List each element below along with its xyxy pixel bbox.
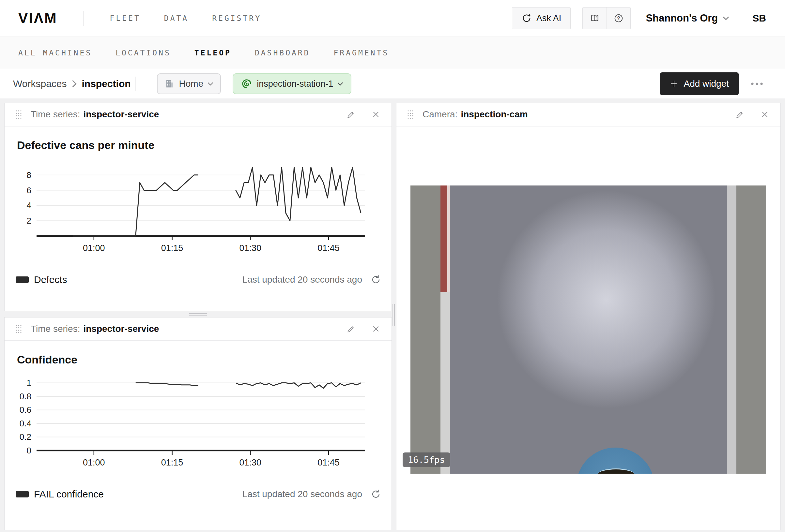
last-updated-text: Last updated 20 seconds ago bbox=[243, 274, 362, 285]
close-widget-button[interactable] bbox=[760, 109, 770, 119]
top-header: VIΛM FLEET DATA REGISTRY Ask AI bbox=[0, 0, 785, 36]
breadcrumb-workspaces[interactable]: Workspaces bbox=[13, 78, 67, 89]
fps-badge: 16.5fps bbox=[403, 452, 450, 467]
breadcrumb-workspace-name[interactable]: inspection bbox=[82, 78, 131, 89]
tab-locations[interactable]: LOCATIONS bbox=[116, 49, 171, 57]
help-icon: ? bbox=[614, 14, 624, 23]
org-switcher[interactable]: Shannon's Org bbox=[646, 12, 729, 24]
conveyor-left-rail bbox=[410, 185, 440, 474]
pencil-icon bbox=[347, 110, 356, 119]
last-updated-text: Last updated 20 seconds ago bbox=[243, 489, 362, 499]
svg-text:8: 8 bbox=[27, 170, 31, 180]
refresh-icon bbox=[371, 274, 381, 285]
left-guide-stripe bbox=[440, 292, 450, 474]
tab-fragments[interactable]: FRAGMENTS bbox=[334, 49, 389, 57]
refresh-button[interactable] bbox=[370, 488, 382, 500]
camera-feed-container: 16.5fps bbox=[397, 127, 780, 530]
camera-scene-highlight bbox=[463, 185, 750, 443]
workspace-toolbar: Workspaces inspection Home bbox=[0, 69, 785, 99]
overflow-menu-button[interactable] bbox=[748, 80, 766, 88]
nav-data[interactable]: DATA bbox=[164, 14, 188, 23]
refresh-icon bbox=[371, 489, 381, 499]
close-icon bbox=[760, 110, 769, 119]
primary-nav: FLEET DATA REGISTRY bbox=[110, 14, 261, 23]
fleet-tab-bar: ALL MACHINES LOCATIONS TELEOP DASHBOARD … bbox=[0, 36, 785, 69]
svg-text:01:15: 01:15 bbox=[161, 458, 183, 468]
add-widget-label: Add widget bbox=[684, 79, 729, 89]
machine-online-icon bbox=[241, 78, 252, 89]
svg-text:0.8: 0.8 bbox=[20, 392, 31, 401]
header-actions: Ask AI ? bbox=[512, 7, 766, 29]
nav-fleet[interactable]: FLEET bbox=[110, 14, 141, 23]
ellipsis-icon bbox=[751, 82, 763, 85]
avatar[interactable]: SB bbox=[752, 13, 766, 24]
svg-text:0: 0 bbox=[27, 446, 31, 455]
svg-text:0.4: 0.4 bbox=[20, 419, 31, 428]
left-widget-column: Time series: inspector-service bbox=[4, 103, 392, 530]
red-marker-bar bbox=[440, 185, 447, 292]
chevron-down-icon bbox=[723, 16, 729, 20]
widget-footer: FAIL confidence Last updated 20 seconds … bbox=[16, 487, 382, 501]
timeseries-widget-confidence: Time series: inspector-service bbox=[4, 317, 392, 530]
close-widget-button[interactable] bbox=[371, 109, 381, 119]
chevron-down-icon bbox=[208, 82, 213, 86]
svg-text:0.2: 0.2 bbox=[20, 432, 31, 442]
help-button[interactable]: ? bbox=[607, 7, 630, 29]
svg-text:01:00: 01:00 bbox=[83, 243, 105, 253]
drag-handle-icon[interactable] bbox=[407, 109, 414, 119]
edit-widget-button[interactable] bbox=[346, 109, 356, 119]
location-selector[interactable]: Home bbox=[157, 73, 221, 94]
org-name: Shannon's Org bbox=[646, 12, 718, 24]
widget-source-name: inspector-service bbox=[83, 109, 159, 119]
svg-text:01:30: 01:30 bbox=[239, 458, 262, 468]
ask-ai-button[interactable]: Ask AI bbox=[512, 7, 571, 29]
tab-dashboard[interactable]: DASHBOARD bbox=[255, 49, 310, 57]
svg-text:?: ? bbox=[617, 16, 621, 21]
widget-type-label: Camera: bbox=[423, 109, 457, 119]
svg-text:2: 2 bbox=[27, 216, 31, 225]
refresh-button[interactable] bbox=[370, 274, 382, 286]
last-updated: Last updated 20 seconds ago bbox=[243, 488, 382, 500]
widget-header: Time series: inspector-service bbox=[5, 103, 391, 127]
tab-all-machines[interactable]: ALL MACHINES bbox=[18, 49, 92, 57]
svg-text:01:00: 01:00 bbox=[83, 458, 105, 468]
svg-text:01:45: 01:45 bbox=[318, 243, 340, 253]
widget-header: Camera: inspection-cam bbox=[397, 103, 780, 127]
edit-widget-button[interactable] bbox=[346, 324, 356, 334]
close-widget-button[interactable] bbox=[371, 324, 381, 334]
widget-type-label: Time series: bbox=[31, 109, 80, 119]
chevron-down-icon bbox=[338, 82, 343, 86]
legend-swatch bbox=[16, 491, 29, 498]
breadcrumb-caret bbox=[135, 77, 135, 91]
svg-text:4: 4 bbox=[27, 201, 31, 210]
drag-handle-icon[interactable] bbox=[15, 324, 22, 334]
docs-button[interactable] bbox=[583, 7, 607, 29]
timeseries-widget-defects: Time series: inspector-service bbox=[4, 103, 392, 311]
widget-type-label: Time series: bbox=[31, 324, 80, 334]
viam-logo[interactable]: VIΛM bbox=[18, 10, 57, 26]
chevron-right-icon bbox=[72, 80, 77, 87]
defects-line-chart: 246801:0001:1501:3001:45 bbox=[11, 158, 383, 268]
pencil-icon bbox=[735, 110, 744, 119]
machine-selector[interactable]: inspection-station-1 bbox=[233, 73, 351, 94]
widget-header: Time series: inspector-service bbox=[5, 318, 391, 341]
nav-registry[interactable]: REGISTRY bbox=[212, 14, 261, 23]
edit-widget-button[interactable] bbox=[735, 109, 745, 119]
confidence-line-chart: 00.20.40.60.8101:0001:1501:3001:45 bbox=[11, 373, 383, 482]
drag-handle-icon[interactable] bbox=[15, 109, 22, 119]
legend-label: Defects bbox=[34, 274, 67, 285]
svg-text:01:30: 01:30 bbox=[239, 243, 262, 253]
add-widget-button[interactable]: Add widget bbox=[660, 72, 739, 95]
conveyor-right-rail bbox=[736, 185, 766, 474]
close-icon bbox=[371, 110, 380, 119]
location-label: Home bbox=[179, 79, 204, 89]
column-resize-handle[interactable] bbox=[392, 304, 396, 326]
row-resize-handle[interactable] bbox=[4, 311, 392, 317]
header-divider bbox=[83, 11, 84, 26]
legend-label: FAIL confidence bbox=[34, 489, 104, 500]
machine-name: inspection-station-1 bbox=[257, 79, 333, 89]
red-marker-highlight bbox=[447, 185, 450, 292]
chart-title: Defective cans per minute bbox=[17, 138, 391, 152]
last-updated: Last updated 20 seconds ago bbox=[243, 274, 382, 286]
tab-teleop[interactable]: TELEOP bbox=[195, 49, 231, 57]
